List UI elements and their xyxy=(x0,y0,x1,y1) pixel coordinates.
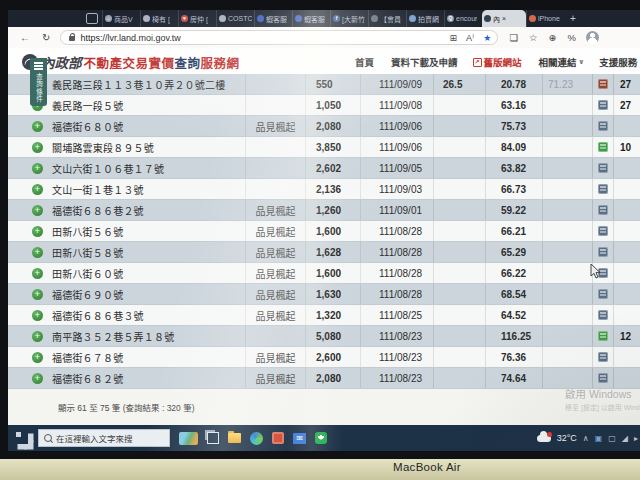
expand-row-icon[interactable]: + xyxy=(32,331,43,342)
expand-row-icon[interactable]: + xyxy=(32,142,43,153)
read-aloud-icon[interactable]: A⁾ xyxy=(466,33,474,43)
url-text[interactable]: https://lvr.land.moi.gov.tw xyxy=(80,33,440,43)
browser-tab[interactable]: 拍賣網 × xyxy=(406,10,444,27)
expand-row-icon[interactable]: + xyxy=(32,226,43,237)
site-nav-item[interactable]: ↗ 舊版網站 xyxy=(473,55,524,69)
table-row[interactable]: + 福德街６８６巷３號 品見楓起 1,320 111/08/25 64.52 xyxy=(8,305,640,326)
table-row[interactable]: + 福德街６８０號 品見楓起 2,080 111/09/06 75.73 xyxy=(8,116,640,137)
browser-tab[interactable]: 蝦客服 × xyxy=(292,10,330,27)
page-icon xyxy=(143,15,150,22)
expand-row-icon[interactable]: + xyxy=(32,310,43,321)
weather-cloud-icon[interactable] xyxy=(537,435,551,442)
browser-tab[interactable]: ♥ 房仲 [ × xyxy=(178,10,216,27)
site-nav-item[interactable]: 首頁 xyxy=(353,55,376,69)
start-button-icon[interactable] xyxy=(16,432,28,444)
address-cell: 文山六街１０６巷１７號 xyxy=(52,158,245,178)
taskbar-search-input[interactable]: 在這裡輸入文字來搜 xyxy=(38,429,170,447)
favorite-star-icon[interactable]: ★ xyxy=(483,33,491,43)
table-row[interactable]: + 義民路三段１１３巷１０弄２０號二樓 550 111/09/09 26.5 2… xyxy=(8,74,640,95)
tray-display-icon[interactable]: ▢ xyxy=(608,434,616,443)
tray-app-icon[interactable]: ▣ xyxy=(595,434,603,443)
age-cell xyxy=(613,368,640,388)
network-icon[interactable]: ◢ xyxy=(622,434,628,443)
browser-tab[interactable]: iPhone × xyxy=(526,10,564,27)
task-view-icon[interactable] xyxy=(207,432,219,444)
mail-icon[interactable]: ✉ xyxy=(293,433,306,444)
back-icon[interactable]: ← xyxy=(20,32,30,43)
browser-tab[interactable]: 椅有 [ × xyxy=(140,10,178,27)
building-type-icon xyxy=(598,310,608,320)
tab-label: encour xyxy=(456,15,477,22)
profile-avatar[interactable] xyxy=(586,31,599,44)
area-cell xyxy=(433,158,485,178)
expand-row-icon[interactable]: + xyxy=(32,121,43,132)
table-row[interactable]: + 福德街６８２號 品見楓起 2,080 111/08/23 74.64 xyxy=(8,368,640,389)
store-icon[interactable] xyxy=(272,432,284,444)
volume-icon[interactable]: ▸ xyxy=(634,434,638,443)
building-type-icon xyxy=(598,373,608,383)
filter-panel-tab[interactable]: 查詢條件 xyxy=(30,58,47,106)
table-row[interactable]: + 義民路一段５號 1,050 111/09/08 63.16 27 xyxy=(8,95,640,116)
address-bar[interactable]: https://lvr.land.moi.gov.tw ⊞A⁾★ xyxy=(60,30,498,45)
widgets-icon[interactable] xyxy=(179,432,198,445)
site-logo[interactable]: 內政部 不動產交易實價查詢服務網 xyxy=(22,52,240,72)
expand-row-icon[interactable]: + xyxy=(32,352,43,363)
age-cell xyxy=(613,116,640,136)
browser-tab[interactable]: 內 × xyxy=(482,10,526,27)
tray-chevron-up-icon[interactable]: ∧ xyxy=(583,434,589,443)
expand-row-icon[interactable]: + xyxy=(32,205,43,216)
table-row[interactable]: + 關埔路雲東段８９５號 3,850 111/09/06 84.09 10 xyxy=(8,137,640,158)
browser-tab[interactable]: f [大新竹 × xyxy=(330,10,368,27)
building-type-icon xyxy=(598,121,608,131)
table-row[interactable]: + 田新八街５８號 品見楓起 1,628 111/08/28 65.29 xyxy=(8,242,640,263)
split-screen-icon[interactable]: ⊞ xyxy=(450,33,458,43)
area-cell xyxy=(433,263,485,283)
browser-tab[interactable]: ⌂ 商品V × xyxy=(102,10,140,27)
project-cell: 品見楓起 xyxy=(245,242,305,262)
browser-tab[interactable]: 蝦客服 × xyxy=(254,10,292,27)
table-row[interactable]: + 田新八街５６號 品見楓起 1,600 111/08/28 66.21 xyxy=(8,221,640,242)
edge-icon[interactable] xyxy=(250,432,263,445)
home-icon: ⌂ xyxy=(105,15,112,22)
table-row[interactable]: + 文山一街１巷１３號 2,136 111/09/03 66.73 xyxy=(8,179,640,200)
app-icon xyxy=(529,15,536,22)
new-tab-button[interactable]: + xyxy=(570,13,576,24)
nav-label: 支援服務 xyxy=(599,55,637,69)
browser-essentials-icon[interactable]: ⊕ xyxy=(548,32,556,43)
expand-row-icon[interactable]: + xyxy=(32,268,43,279)
address-cell: 田新八街５８號 xyxy=(52,242,245,262)
table-row[interactable]: + 文山六街１０６巷１７號 2,602 111/09/05 63.82 xyxy=(8,158,640,179)
area-cell: 26.5 xyxy=(433,74,485,94)
table-row[interactable]: + 福德街６７８號 品見楓起 2,600 111/08/23 76.36 xyxy=(8,347,640,368)
tab-actions-icon[interactable] xyxy=(86,13,98,24)
expand-row-icon[interactable]: + xyxy=(32,373,43,384)
browser-tab[interactable]: COSTC × xyxy=(216,10,254,27)
area-cell xyxy=(433,95,485,115)
expand-row-icon[interactable]: + xyxy=(32,184,43,195)
tab-close-icon[interactable]: × xyxy=(502,15,506,22)
expand-row-icon[interactable]: + xyxy=(32,289,43,300)
date-cell: 111/08/28 xyxy=(360,284,433,304)
browser-tab[interactable]: 【會員 × xyxy=(368,10,406,27)
line-icon[interactable] xyxy=(315,432,327,444)
site-nav-item[interactable]: 相關連結 ∨ xyxy=(537,55,585,69)
extensions-icon[interactable]: % xyxy=(567,32,575,43)
table-row[interactable]: + 南平路３５２巷５弄１８號 5,080 111/08/23 116.25 12 xyxy=(8,326,640,347)
site-nav-item[interactable]: 支援服務 ∨ xyxy=(597,55,640,69)
unit-price-cell: 64.52 xyxy=(485,305,542,325)
weather-temp[interactable]: 32°C xyxy=(557,433,577,443)
address-cell: 田新八街５６號 xyxy=(52,221,245,241)
expand-row-icon[interactable]: + xyxy=(32,163,43,174)
collections-icon[interactable]: ❏ xyxy=(509,32,518,43)
file-explorer-icon[interactable] xyxy=(228,433,241,443)
page-icon xyxy=(219,15,226,22)
table-row[interactable]: + 福德街６８６巷２號 品見楓起 1,260 111/09/01 59.22 xyxy=(8,200,640,221)
age-cell xyxy=(613,347,640,367)
table-row[interactable]: + 田新八街６０號 品見楓起 1,600 111/08/28 66.22 xyxy=(8,263,640,284)
browser-tab[interactable]: Q encour × xyxy=(444,10,482,27)
favorites-bar-icon[interactable]: ☆ xyxy=(529,32,538,43)
refresh-icon[interactable]: ↻ xyxy=(42,32,50,43)
expand-row-icon[interactable]: + xyxy=(32,247,43,258)
table-row[interactable]: + 福德街６９０號 品見楓起 1,630 111/08/28 68.54 xyxy=(8,284,640,305)
site-nav-item[interactable]: 資料下載及申請 xyxy=(389,55,460,69)
